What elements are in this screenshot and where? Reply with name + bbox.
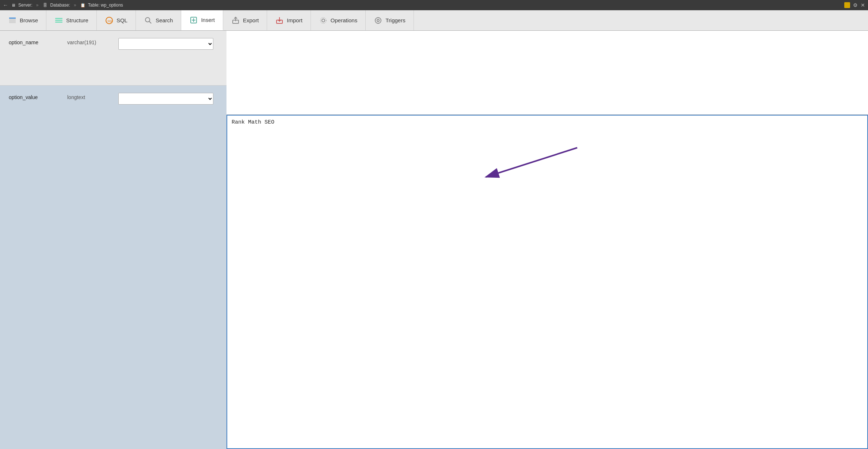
field-name-label: option_name	[9, 38, 67, 45]
main-content: option_name varchar(191) option_value lo…	[0, 31, 868, 449]
svg-rect-4	[9, 22, 16, 23]
structure-icon	[54, 16, 63, 25]
titlebar-left: ← 🖥 Server: » 🗄 Database: » 📋 Table: wp_…	[3, 2, 123, 8]
lock-icon	[844, 2, 850, 8]
textarea-lower[interactable]: Rank Math SEO	[226, 115, 868, 449]
svg-rect-0	[9, 18, 16, 19]
svg-point-19	[322, 19, 325, 22]
tab-export-label: Export	[243, 17, 259, 23]
svg-rect-3	[9, 21, 16, 22]
sql-icon: SQL	[105, 16, 114, 25]
svg-rect-6	[55, 20, 62, 21]
svg-point-21	[375, 18, 381, 23]
field-value-select[interactable]	[118, 93, 213, 105]
tab-import[interactable]: Import	[267, 10, 311, 30]
field-value-type-label: longtext	[67, 93, 118, 100]
tab-insert-label: Insert	[201, 17, 215, 23]
svg-rect-2	[9, 20, 16, 21]
export-icon	[231, 16, 240, 25]
gear-icon[interactable]: ⚙	[853, 2, 858, 8]
browse-icon	[8, 16, 17, 25]
tab-operations[interactable]: Operations	[311, 10, 366, 30]
field-row-option-value: option_value longtext	[0, 86, 226, 115]
tab-search[interactable]: Search	[136, 10, 182, 30]
textarea-upper[interactable]	[226, 31, 868, 115]
tab-triggers[interactable]: Triggers	[366, 10, 414, 30]
database-label: Database:	[50, 3, 70, 8]
field-row-option-name: option_name varchar(191)	[0, 31, 226, 86]
tab-operations-label: Operations	[331, 17, 357, 23]
tab-export[interactable]: Export	[223, 10, 267, 30]
titlebar-right: ⚙ ✕	[844, 2, 865, 8]
insert-icon	[189, 16, 198, 24]
separator-1: »	[36, 3, 39, 8]
tabbar: Browse Structure SQL SQL Search Insert E…	[0, 10, 868, 31]
tab-structure[interactable]: Structure	[46, 10, 97, 30]
tab-search-label: Search	[156, 17, 173, 23]
tab-triggers-label: Triggers	[385, 17, 405, 23]
left-panel: option_name varchar(191) option_value lo…	[0, 31, 226, 449]
table-title-icon: 📋	[80, 2, 86, 8]
svg-rect-7	[55, 22, 62, 23]
server-icon: 🖥	[10, 2, 16, 8]
titlebar: ← 🖥 Server: » 🗄 Database: » 📋 Table: wp_…	[0, 0, 868, 10]
svg-point-22	[377, 19, 379, 22]
svg-text:SQL: SQL	[107, 20, 113, 23]
field-value-name-label: option_value	[9, 93, 67, 100]
table-label: Table: wp_options	[88, 3, 123, 8]
import-icon	[275, 16, 284, 25]
tab-structure-label: Structure	[66, 17, 88, 23]
svg-point-20	[320, 18, 326, 23]
server-label: Server:	[18, 3, 33, 8]
field-name-select[interactable]	[118, 38, 213, 50]
database-icon: 🗄	[42, 2, 48, 8]
field-value-control	[118, 93, 218, 105]
tab-insert[interactable]: Insert	[181, 10, 223, 30]
field-type-label: varchar(191)	[67, 38, 118, 45]
tab-sql[interactable]: SQL SQL	[97, 10, 136, 30]
svg-line-11	[149, 21, 151, 23]
operations-icon	[319, 16, 328, 25]
tab-import-label: Import	[287, 17, 302, 23]
close-icon[interactable]: ✕	[861, 2, 865, 8]
right-panel-wrapper: Rank Math SEO	[226, 31, 868, 449]
separator-2: »	[74, 3, 76, 8]
back-arrow[interactable]: ←	[3, 2, 8, 8]
right-panel: Rank Math SEO	[226, 31, 868, 449]
svg-rect-1	[9, 19, 16, 20]
tab-browse[interactable]: Browse	[0, 10, 46, 30]
triggers-icon	[374, 16, 382, 25]
svg-rect-5	[55, 18, 62, 19]
tab-sql-label: SQL	[117, 17, 127, 23]
field-name-control	[118, 38, 218, 50]
tab-browse-label: Browse	[20, 17, 38, 23]
search-icon	[144, 16, 153, 25]
